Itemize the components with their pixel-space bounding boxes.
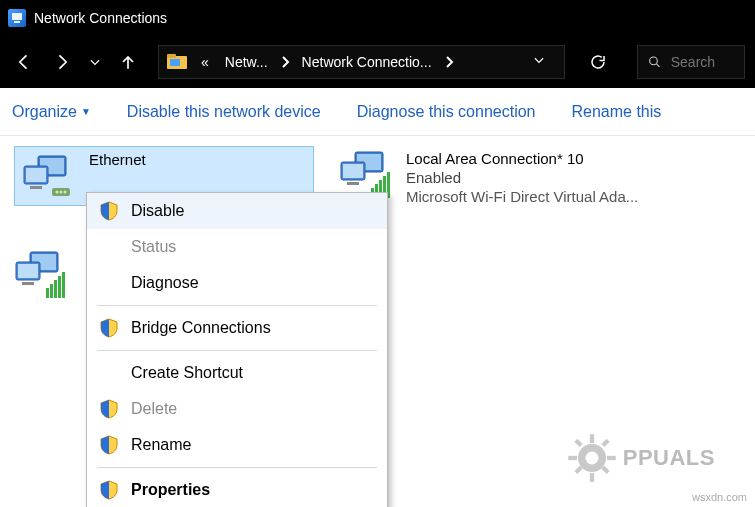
breadcrumb-item-1[interactable]: Netw... [217, 46, 276, 78]
title-bar: Network Connections [0, 0, 755, 36]
svg-rect-19 [347, 182, 359, 185]
svg-rect-32 [54, 280, 57, 298]
context-menu: Disable Status Diagnose Bridge Connectio… [86, 192, 388, 507]
ctx-label: Delete [131, 400, 177, 418]
svg-rect-43 [601, 439, 609, 447]
navigation-bar: « Netw... Network Connectio... [0, 36, 755, 88]
organize-label: Organize [12, 103, 77, 121]
ctx-create-shortcut[interactable]: Create Shortcut [87, 355, 387, 391]
ctx-status: Status [87, 229, 387, 265]
ctx-separator [97, 467, 377, 468]
svg-rect-40 [607, 456, 616, 460]
svg-rect-1 [14, 21, 20, 23]
rename-connection-command[interactable]: Rename this [571, 103, 661, 121]
ctx-label: Disable [131, 202, 184, 220]
ctx-label: Diagnose [131, 274, 199, 292]
shield-icon [99, 480, 119, 500]
ctx-label: Status [131, 238, 176, 256]
gear-icon [565, 431, 619, 485]
organize-menu[interactable]: Organize ▼ [12, 103, 91, 121]
ctx-delete: Delete [87, 391, 387, 427]
ctx-properties[interactable]: Properties [87, 472, 387, 507]
window-title: Network Connections [34, 10, 167, 26]
ctx-separator [97, 305, 377, 306]
refresh-button[interactable] [575, 53, 621, 71]
diagnose-connection-command[interactable]: Diagnose this connection [357, 103, 536, 121]
svg-rect-33 [58, 276, 61, 298]
connection-device: Microsoft Wi-Fi Direct Virtual Ada... [406, 188, 638, 205]
search-icon [648, 53, 661, 71]
svg-rect-39 [568, 456, 577, 460]
address-bar[interactable]: « Netw... Network Connectio... [158, 45, 565, 79]
svg-point-13 [60, 191, 63, 194]
svg-rect-10 [30, 186, 42, 189]
watermark-logo: PPUALS [565, 431, 715, 485]
svg-rect-9 [26, 168, 46, 182]
app-icon [8, 9, 26, 27]
svg-point-36 [585, 452, 598, 465]
svg-point-5 [649, 57, 657, 65]
search-input[interactable] [671, 54, 734, 70]
svg-rect-30 [46, 288, 49, 298]
svg-point-12 [56, 191, 59, 194]
svg-rect-37 [590, 434, 594, 443]
back-button[interactable] [10, 48, 38, 76]
shield-icon [99, 435, 119, 455]
search-box[interactable] [637, 45, 745, 79]
ctx-diagnose[interactable]: Diagnose [87, 265, 387, 301]
svg-rect-18 [343, 164, 363, 178]
svg-rect-28 [18, 264, 38, 278]
shield-icon [99, 399, 119, 419]
up-button[interactable] [114, 48, 142, 76]
disable-device-command[interactable]: Disable this network device [127, 103, 321, 121]
svg-rect-29 [22, 282, 34, 285]
connection-status: Enabled [406, 169, 638, 186]
ctx-bridge[interactable]: Bridge Connections [87, 310, 387, 346]
shield-icon [99, 318, 119, 338]
connection-name: Local Area Connection* 10 [406, 150, 638, 167]
ethernet-icon [21, 151, 79, 201]
ctx-separator [97, 350, 377, 351]
command-bar: Organize ▼ Disable this network device D… [0, 88, 755, 136]
svg-rect-38 [590, 473, 594, 482]
breadcrumb-prefix[interactable]: « [193, 46, 217, 78]
chevron-right-icon[interactable] [276, 56, 294, 68]
svg-rect-0 [12, 13, 22, 20]
shield-icon [99, 201, 119, 221]
svg-rect-31 [50, 284, 53, 298]
watermark-site: wsxdn.com [692, 491, 747, 503]
breadcrumb-item-2[interactable]: Network Connectio... [294, 46, 440, 78]
connection-name: Ethernet [89, 151, 146, 168]
ctx-label: Create Shortcut [131, 364, 243, 382]
chevron-down-icon: ▼ [81, 106, 91, 117]
ctx-label: Rename [131, 436, 191, 454]
ctx-disable[interactable]: Disable [87, 193, 387, 229]
ctx-label: Bridge Connections [131, 319, 271, 337]
svg-rect-34 [62, 272, 65, 298]
svg-point-14 [64, 191, 67, 194]
ctx-rename[interactable]: Rename [87, 427, 387, 463]
folder-icon [165, 50, 189, 74]
ctx-label: Properties [131, 481, 210, 499]
watermark-brand: PPUALS [623, 445, 715, 471]
svg-rect-41 [574, 439, 582, 447]
forward-button[interactable] [48, 48, 76, 76]
address-history-button[interactable] [526, 53, 552, 71]
svg-rect-3 [167, 54, 176, 58]
svg-rect-4 [170, 59, 180, 66]
recent-locations-button[interactable] [86, 48, 104, 76]
chevron-right-icon[interactable] [440, 56, 458, 68]
connection-item-wifi[interactable] [14, 250, 70, 300]
